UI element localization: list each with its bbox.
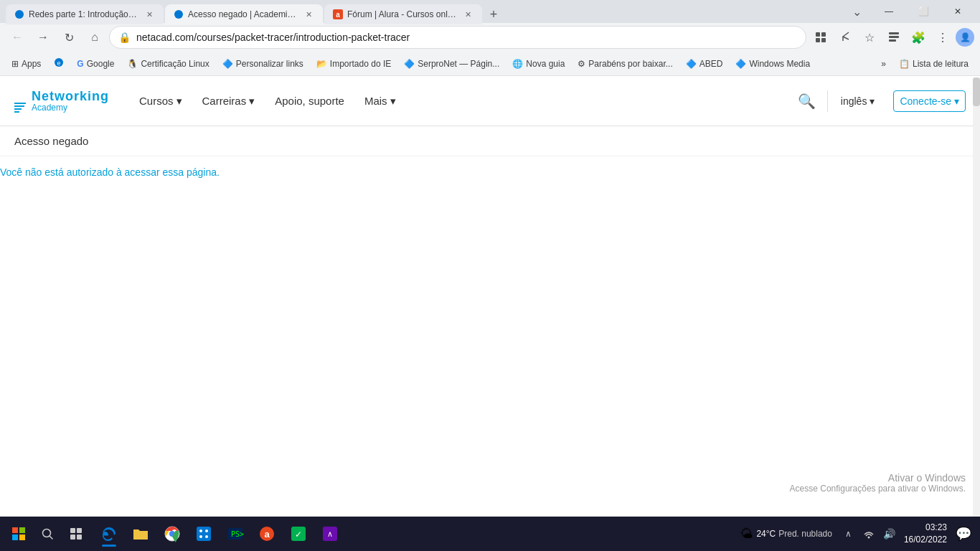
svg-point-25 bbox=[199, 535, 202, 538]
apps-icon: ⊞ bbox=[11, 59, 19, 69]
tab1-favicon bbox=[14, 9, 24, 19]
weather-widget[interactable]: 🌤 24°C Pred. nublado bbox=[736, 524, 837, 545]
browser-tab-2[interactable]: Acesso negado | Academia de re... ✕ bbox=[165, 4, 323, 24]
system-tray-expand[interactable]: ∧ bbox=[842, 526, 854, 542]
bookmark-personalizar[interactable]: 🔷 Personalizar links bbox=[217, 55, 309, 73]
clock-time: 03:23 bbox=[904, 522, 947, 534]
chevron-cursos-icon: ▾ bbox=[176, 95, 182, 108]
access-denied-message: Você não está autorizado à acessar essa … bbox=[0, 159, 980, 178]
back-button[interactable]: ← bbox=[6, 26, 29, 49]
system-clock[interactable]: 03:23 16/02/2022 bbox=[904, 522, 947, 546]
activate-line2: Acesse Configurações para ativar o Windo… bbox=[790, 484, 966, 494]
cisco-brand: Networking bbox=[32, 89, 109, 104]
bookmarks-bar: ⊞ Apps e G Google 🐧 Certificação Linux 🔷… bbox=[0, 52, 980, 76]
bookmarks-more-btn[interactable]: » bbox=[875, 56, 892, 72]
bookmark-linux[interactable]: 🐧 Certificação Linux bbox=[121, 55, 215, 73]
taskbar-app-paint[interactable] bbox=[189, 519, 218, 548]
taskbar-app-chrome[interactable] bbox=[158, 519, 187, 548]
bookmark-nova-guia[interactable]: 🌐 Nova guia bbox=[507, 55, 570, 73]
bookmark-apps[interactable]: ⊞ Apps bbox=[6, 55, 47, 73]
extensions-mgr-btn[interactable]: 🧩 bbox=[907, 26, 930, 49]
chevron-carreiras-icon: ▾ bbox=[249, 95, 255, 108]
bookmark-reading-list[interactable]: 📋 Lista de leitura bbox=[893, 55, 974, 73]
new-tab-button[interactable]: + bbox=[484, 4, 504, 24]
activate-line1: Ativar o Windows bbox=[790, 472, 966, 484]
reload-button[interactable]: ↻ bbox=[57, 26, 80, 49]
minimize-button[interactable]: — bbox=[872, 0, 905, 23]
svg-point-23 bbox=[199, 529, 202, 532]
taskbar-app-terminal[interactable]: PS> bbox=[221, 519, 250, 548]
svg-rect-17 bbox=[77, 528, 82, 533]
bookmark-abed[interactable]: 🔷 ABED bbox=[680, 55, 729, 73]
taskbar-app-7[interactable]: ✓ bbox=[284, 519, 313, 548]
svg-rect-16 bbox=[70, 528, 75, 533]
svg-rect-5 bbox=[821, 32, 826, 37]
network-icon[interactable] bbox=[860, 524, 877, 544]
tab2-title: Acesso negado | Academia de re... bbox=[188, 9, 298, 19]
address-bar[interactable]: 🔒 netacad.com/courses/packet-tracer/intr… bbox=[109, 26, 806, 49]
cisco-academy-label: Academy bbox=[32, 103, 109, 113]
tab3-close[interactable]: ✕ bbox=[462, 9, 473, 20]
language-selector[interactable]: inglês ▾ bbox=[835, 91, 881, 111]
browser-tab-1[interactable]: Redes parte 1: Introdução, Conc... ✕ bbox=[6, 4, 164, 24]
tab2-close[interactable]: ✕ bbox=[303, 9, 314, 20]
more-tools-btn[interactable]: ⋮ bbox=[931, 26, 954, 49]
access-denied-content: Você não está autorizado à acessar essa … bbox=[0, 156, 980, 178]
svg-rect-4 bbox=[816, 32, 820, 37]
tab-search-btn[interactable]: ⌄ bbox=[842, 1, 871, 22]
svg-rect-7 bbox=[821, 38, 826, 42]
bookmark-serpro[interactable]: 🔷 SerproNet — Págin... bbox=[398, 55, 505, 73]
linux-icon: 🐧 bbox=[127, 59, 138, 69]
notification-center-button[interactable]: 💬 bbox=[953, 523, 974, 545]
cisco-nav-links: Cursos ▾ Carreiras ▾ Apoio, suporte Mais… bbox=[131, 89, 794, 113]
nav-cursos[interactable]: Cursos ▾ bbox=[131, 89, 191, 113]
volume-icon[interactable]: 🔊 bbox=[880, 525, 898, 542]
nav-apoio[interactable]: Apoio, suporte bbox=[266, 89, 353, 113]
svg-point-35 bbox=[867, 536, 870, 538]
connect-button[interactable]: Conecte-se ▾ bbox=[893, 90, 966, 112]
page-scrollbar[interactable] bbox=[973, 77, 980, 522]
weather-desc: Pred. nublado bbox=[778, 529, 832, 539]
forward-button[interactable]: → bbox=[32, 26, 55, 49]
profile-avatar[interactable]: 👤 bbox=[956, 28, 974, 47]
svg-rect-19 bbox=[77, 534, 82, 540]
nav-divider bbox=[827, 90, 828, 112]
tab3-favicon: a bbox=[333, 9, 343, 19]
cisco-navbar: Networking Academy Cursos ▾ Carreiras ▾ … bbox=[0, 76, 980, 126]
cisco-logo[interactable]: Networking Academy bbox=[14, 89, 109, 113]
favorites-btn[interactable]: ☆ bbox=[858, 26, 881, 49]
close-button[interactable]: ✕ bbox=[941, 0, 974, 23]
taskbar-app-8[interactable]: ∧ bbox=[316, 519, 344, 548]
scrollbar-thumb[interactable] bbox=[973, 77, 980, 106]
google-icon: G bbox=[77, 59, 83, 69]
svg-text:e: e bbox=[57, 60, 61, 67]
tab1-title: Redes parte 1: Introdução, Conc... bbox=[29, 9, 139, 19]
chevron-mais-icon: ▾ bbox=[390, 95, 396, 108]
home-button[interactable]: ⌂ bbox=[83, 26, 106, 49]
bookmark-windows-media[interactable]: 🔷 Windows Media bbox=[730, 55, 816, 73]
bookmark-importado[interactable]: 📂 Importado do IE bbox=[311, 55, 397, 73]
share-btn[interactable] bbox=[834, 26, 857, 49]
bookmark-google[interactable]: G Google bbox=[71, 55, 120, 73]
nav-mais[interactable]: Mais ▾ bbox=[356, 89, 405, 113]
task-view-button[interactable] bbox=[63, 521, 89, 547]
taskbar-apps: PS> a ✓ ∧ bbox=[95, 519, 733, 548]
clock-date: 16/02/2022 bbox=[904, 534, 947, 546]
bookmark-parabens[interactable]: ⚙ Parabéns por baixar... bbox=[572, 55, 678, 73]
tab1-close[interactable]: ✕ bbox=[143, 9, 155, 20]
taskbar-search-button[interactable] bbox=[34, 521, 60, 547]
start-button[interactable] bbox=[6, 521, 32, 547]
taskbar-app-edge[interactable] bbox=[95, 519, 123, 548]
collections-btn[interactable] bbox=[882, 26, 905, 49]
taskbar-app-6[interactable]: a bbox=[253, 519, 281, 548]
bookmark-edge[interactable]: e bbox=[48, 55, 70, 73]
search-button[interactable]: 🔍 bbox=[794, 88, 820, 114]
browser-tab-3[interactable]: a Fórum | Alura - Cursos online de... ✕ bbox=[324, 4, 482, 24]
taskbar-app-explorer[interactable] bbox=[126, 519, 155, 548]
parabens-icon: ⚙ bbox=[578, 59, 585, 69]
maximize-button[interactable]: ⬜ bbox=[907, 0, 940, 23]
access-denied-section: Acesso negado bbox=[0, 126, 980, 156]
extensions-btn[interactable] bbox=[809, 26, 832, 49]
nav-carreiras[interactable]: Carreiras ▾ bbox=[194, 89, 264, 113]
personalizar-icon: 🔷 bbox=[222, 59, 233, 69]
